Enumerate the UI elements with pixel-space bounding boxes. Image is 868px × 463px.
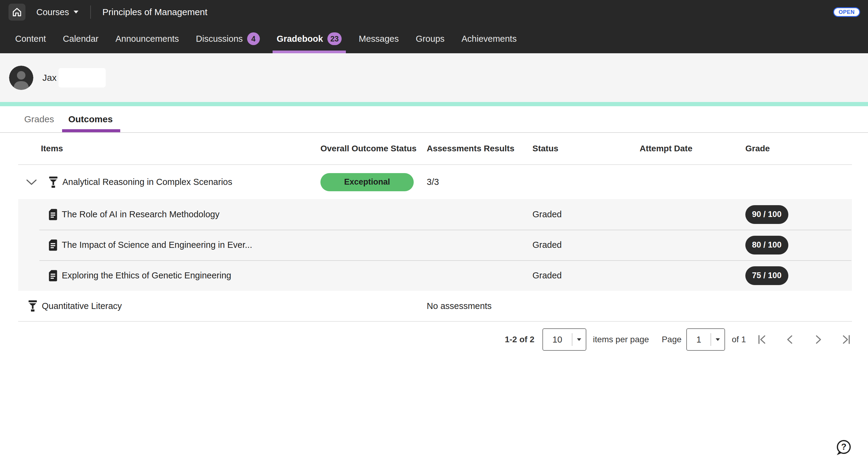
nav-item-groups[interactable]: Groups bbox=[416, 24, 444, 53]
assessments-results-value: 3/3 bbox=[427, 177, 532, 187]
assessment-status: Graded bbox=[532, 240, 640, 250]
nav-label: Calendar bbox=[63, 34, 99, 44]
avatar-icon bbox=[9, 66, 33, 90]
gradebook-count-badge: 23 bbox=[328, 32, 342, 45]
column-header-status: Status bbox=[532, 144, 640, 154]
outcome-row-quantitative-literacy: Quantitative Literacy No assessments bbox=[18, 291, 852, 322]
assessment-status: Graded bbox=[532, 209, 640, 220]
course-title: Principles of Management bbox=[102, 7, 208, 17]
home-icon bbox=[12, 7, 22, 17]
help-icon: ? bbox=[835, 439, 852, 456]
page-size-value: 10 bbox=[543, 335, 572, 345]
tab-outcomes[interactable]: Outcomes bbox=[68, 106, 113, 132]
grade-pill: 90 / 100 bbox=[745, 205, 788, 224]
nav-label: Achievements bbox=[462, 34, 517, 44]
assessment-icon bbox=[49, 239, 58, 251]
nav-item-calendar[interactable]: Calendar bbox=[63, 24, 99, 53]
overall-status-badge: Exceptional bbox=[320, 173, 414, 191]
grade-pill: 80 / 100 bbox=[745, 236, 788, 255]
student-profile-header: Jax bbox=[0, 53, 868, 102]
column-header-attempt-date: Attempt Date bbox=[640, 144, 745, 154]
active-tab-underline bbox=[62, 129, 120, 132]
topbar-divider bbox=[90, 5, 91, 19]
caret-down-icon bbox=[73, 10, 79, 14]
courses-label: Courses bbox=[36, 7, 69, 17]
chevron-down-icon bbox=[26, 178, 37, 186]
nav-label: Content bbox=[15, 34, 46, 44]
next-page-button[interactable] bbox=[812, 333, 824, 345]
pager-controls bbox=[756, 333, 852, 345]
gradebook-tabs: Grades Outcomes bbox=[0, 106, 868, 133]
assessment-icon bbox=[49, 209, 58, 220]
nav-label: Groups bbox=[416, 34, 444, 44]
redacted-name-box bbox=[58, 68, 106, 88]
assessments-results-value: No assessments bbox=[427, 301, 532, 311]
outcome-icon bbox=[49, 176, 58, 188]
svg-text:?: ? bbox=[841, 442, 846, 452]
outcome-icon bbox=[28, 300, 37, 312]
assessment-subrows: The Role of AI in Research Methodology G… bbox=[18, 199, 852, 291]
active-nav-underline bbox=[273, 51, 346, 53]
assessment-icon bbox=[49, 270, 58, 282]
outcome-row-analytical-reasoning: Analytical Reasoning in Complex Scenario… bbox=[18, 165, 852, 199]
collapse-row-button[interactable] bbox=[26, 178, 37, 186]
nav-label: Discussions bbox=[196, 34, 243, 44]
courses-dropdown[interactable]: Courses bbox=[36, 7, 79, 17]
assessment-title: The Impact of Science and Engineering in… bbox=[62, 240, 252, 250]
outcome-title: Analytical Reasoning in Complex Scenario… bbox=[62, 177, 232, 187]
gradebook-outcomes-page: Courses Principles of Management OPEN Co… bbox=[0, 0, 868, 463]
teal-divider-bar bbox=[0, 102, 868, 106]
column-header-items: Items bbox=[18, 144, 320, 154]
home-button[interactable] bbox=[8, 4, 26, 21]
tab-grades[interactable]: Grades bbox=[24, 106, 54, 132]
outcome-title: Quantitative Literacy bbox=[42, 301, 122, 311]
nav-item-gradebook[interactable]: Gradebook 23 bbox=[277, 24, 342, 53]
pager-first-icon bbox=[756, 333, 768, 345]
top-bar: Courses Principles of Management OPEN bbox=[0, 0, 868, 24]
items-per-page-label: items per page bbox=[593, 335, 649, 344]
outcomes-table: Items Overall Outcome Status Assessments… bbox=[18, 133, 852, 322]
assessment-row: Exploring the Ethics of Genetic Engineer… bbox=[18, 260, 852, 291]
nav-item-announcements[interactable]: Announcements bbox=[115, 24, 179, 53]
assessment-title: The Role of AI in Research Methodology bbox=[62, 209, 220, 220]
column-header-grade: Grade bbox=[745, 144, 852, 154]
page-number-select[interactable]: 1 bbox=[686, 328, 725, 351]
nav-item-content[interactable]: Content bbox=[15, 24, 46, 53]
nav-item-achievements[interactable]: Achievements bbox=[462, 24, 517, 53]
dropdown-caret-icon bbox=[572, 338, 586, 341]
column-header-overall-outcome-status: Overall Outcome Status bbox=[320, 144, 427, 154]
pagination-bar: 1-2 of 2 10 items per page Page 1 of 1 bbox=[18, 322, 852, 357]
nav-item-messages[interactable]: Messages bbox=[359, 24, 399, 53]
tab-label: Outcomes bbox=[68, 114, 113, 124]
pager-prev-icon bbox=[784, 333, 796, 345]
page-number-value: 1 bbox=[687, 335, 711, 345]
assessment-row: The Impact of Science and Engineering in… bbox=[18, 230, 852, 260]
student-first-name: Jax bbox=[42, 73, 57, 83]
course-open-badge: OPEN bbox=[833, 7, 860, 17]
last-page-button[interactable] bbox=[840, 333, 852, 345]
assessment-title: Exploring the Ethics of Genetic Engineer… bbox=[62, 270, 231, 280]
page-label: Page bbox=[662, 335, 681, 344]
nav-item-discussions[interactable]: Discussions 4 bbox=[196, 24, 260, 53]
total-pages-label: of 1 bbox=[732, 335, 746, 344]
nav-label: Announcements bbox=[115, 34, 179, 44]
assessment-status: Graded bbox=[532, 270, 640, 280]
course-navbar: Content Calendar Announcements Discussio… bbox=[0, 24, 868, 53]
results-range-label: 1-2 of 2 bbox=[505, 335, 534, 344]
table-header-row: Items Overall Outcome Status Assessments… bbox=[18, 133, 852, 165]
avatar bbox=[9, 66, 33, 90]
tab-label: Grades bbox=[24, 114, 54, 124]
help-button[interactable]: ? bbox=[835, 439, 852, 456]
nav-label: Gradebook bbox=[277, 34, 323, 44]
pager-next-icon bbox=[812, 333, 824, 345]
first-page-button[interactable] bbox=[756, 333, 768, 345]
nav-label: Messages bbox=[359, 34, 399, 44]
previous-page-button[interactable] bbox=[784, 333, 796, 345]
column-header-assessments-results: Assessments Results bbox=[427, 144, 532, 154]
page-size-select[interactable]: 10 bbox=[542, 328, 586, 351]
grade-pill: 75 / 100 bbox=[745, 266, 788, 285]
pager-last-icon bbox=[840, 333, 852, 345]
assessment-row: The Role of AI in Research Methodology G… bbox=[18, 199, 852, 230]
discussions-count-badge: 4 bbox=[247, 32, 260, 45]
dropdown-caret-icon bbox=[711, 338, 724, 341]
